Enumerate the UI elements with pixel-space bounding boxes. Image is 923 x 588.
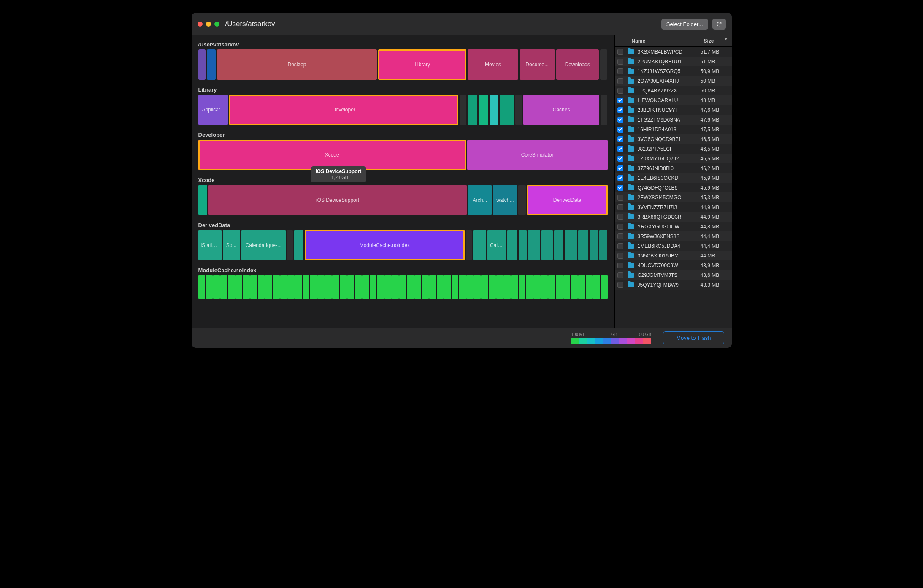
- list-item[interactable]: J82J2PTA5LCF46,5 MB: [615, 144, 732, 154]
- refresh-button[interactable]: [712, 19, 726, 30]
- folder-block[interactable]: [599, 230, 607, 260]
- close-icon[interactable]: [198, 22, 203, 27]
- checkbox[interactable]: [617, 146, 623, 152]
- cache-segment[interactable]: [355, 275, 362, 299]
- list-item[interactable]: 1MEB6RC5JDDA444,4 MB: [615, 241, 732, 251]
- folder-block[interactable]: Caches: [523, 95, 599, 125]
- cache-segment[interactable]: [228, 275, 235, 299]
- checkbox[interactable]: [617, 204, 623, 210]
- list-item[interactable]: G29JGMTVMJTS43,6 MB: [615, 270, 732, 280]
- cache-segment[interactable]: [273, 275, 280, 299]
- folder-block[interactable]: [600, 49, 607, 80]
- cache-segment[interactable]: [474, 275, 481, 299]
- list-item[interactable]: 1PQK4BYZI922X50 MB: [615, 86, 732, 95]
- list-item[interactable]: 2O7A30EXR4XHJ50 MB: [615, 76, 732, 86]
- checkbox[interactable]: [617, 214, 623, 220]
- cache-segment[interactable]: [578, 275, 585, 299]
- cache-segment[interactable]: [586, 275, 593, 299]
- folder-block[interactable]: [528, 230, 540, 260]
- cache-segment[interactable]: [541, 275, 548, 299]
- cache-segment[interactable]: [519, 275, 526, 299]
- folder-block[interactable]: [515, 95, 522, 125]
- cache-segment[interactable]: [437, 275, 444, 299]
- cache-segment[interactable]: [362, 275, 369, 299]
- cache-segment[interactable]: [407, 275, 414, 299]
- folder-block[interactable]: [518, 185, 525, 215]
- cache-segment[interactable]: [347, 275, 355, 299]
- folder-block[interactable]: Library: [378, 49, 466, 80]
- checkbox[interactable]: [617, 263, 623, 268]
- cache-segment[interactable]: [489, 275, 496, 299]
- cache-segment[interactable]: [377, 275, 384, 299]
- checkbox[interactable]: [617, 117, 623, 123]
- cache-segment[interactable]: [295, 275, 302, 299]
- cache-segment[interactable]: [198, 275, 206, 299]
- list-item[interactable]: 1E4EB6IS3QCKD45,9 MB: [615, 173, 732, 183]
- cache-segment[interactable]: [235, 275, 243, 299]
- folder-block[interactable]: [565, 230, 577, 260]
- folder-block[interactable]: [519, 230, 527, 260]
- list-item[interactable]: Q74GDFQ7O1B645,9 MB: [615, 183, 732, 192]
- list-item[interactable]: 3KSXMB4LBWPCD51,7 MB: [615, 47, 732, 57]
- cache-segment[interactable]: [466, 275, 474, 299]
- cache-segment[interactable]: [206, 275, 213, 299]
- list-item[interactable]: 4DUCVD700C9W43,9 MB: [615, 260, 732, 270]
- list-item[interactable]: J5QY1YQFMBW943,3 MB: [615, 280, 732, 290]
- folder-block[interactable]: [578, 230, 588, 260]
- cache-segment[interactable]: [429, 275, 436, 299]
- checkbox[interactable]: [617, 59, 623, 65]
- cache-segment[interactable]: [258, 275, 265, 299]
- folder-block[interactable]: Calendarique-...: [241, 230, 286, 260]
- cache-segment[interactable]: [593, 275, 600, 299]
- folder-block[interactable]: iStatist...: [198, 230, 222, 260]
- cache-segment[interactable]: [563, 275, 571, 299]
- folder-block[interactable]: [460, 95, 466, 125]
- col-name[interactable]: Name: [632, 38, 704, 44]
- checkbox[interactable]: [617, 88, 623, 94]
- cache-segment[interactable]: [392, 275, 399, 299]
- cache-segment[interactable]: [548, 275, 555, 299]
- cache-segment[interactable]: [422, 275, 429, 299]
- checkbox[interactable]: [617, 282, 623, 288]
- list-item[interactable]: 3N5CBX9016JBM44 MB: [615, 251, 732, 260]
- folder-block[interactable]: [207, 49, 216, 80]
- cache-segment[interactable]: [452, 275, 459, 299]
- cache-segment[interactable]: [265, 275, 272, 299]
- folder-block[interactable]: [541, 230, 552, 260]
- move-to-trash-button[interactable]: Move to Trash: [663, 331, 724, 344]
- checkbox[interactable]: [617, 49, 623, 55]
- folder-block[interactable]: Applicat...: [198, 95, 228, 125]
- folder-block[interactable]: [590, 230, 598, 260]
- folder-block[interactable]: [479, 95, 488, 125]
- cache-segment[interactable]: [325, 275, 332, 299]
- checkbox[interactable]: [617, 136, 623, 142]
- folder-block[interactable]: [287, 230, 293, 260]
- folder-block[interactable]: CoreSimulator: [467, 140, 608, 170]
- checkbox[interactable]: [617, 195, 623, 201]
- cache-segment[interactable]: [287, 275, 295, 299]
- folder-block[interactable]: Downloads: [556, 49, 599, 80]
- checkbox[interactable]: [617, 78, 623, 84]
- cache-segment[interactable]: [511, 275, 518, 299]
- list-item[interactable]: 3R59WJ6XENS8S44,4 MB: [615, 231, 732, 241]
- list-item[interactable]: 3RBX66QTGDO3R44,9 MB: [615, 212, 732, 222]
- checkbox[interactable]: [617, 224, 623, 230]
- cache-segment[interactable]: [459, 275, 466, 299]
- folder-block[interactable]: [473, 230, 486, 260]
- checkbox[interactable]: [617, 272, 623, 278]
- list-item[interactable]: 28BDIKTNUC9YT47,6 MB: [615, 105, 732, 115]
- cache-segment[interactable]: [303, 275, 310, 299]
- cache-segment[interactable]: [340, 275, 347, 299]
- minimize-icon[interactable]: [206, 22, 211, 27]
- cache-segment[interactable]: [399, 275, 406, 299]
- list-item[interactable]: 16HIR1DP4A01347,5 MB: [615, 125, 732, 134]
- file-list[interactable]: 3KSXMB4LBWPCD51,7 MB2PUMK8TQBRUU151 MB1K…: [615, 47, 732, 328]
- checkbox[interactable]: [617, 98, 623, 103]
- folder-block[interactable]: Desktop: [217, 49, 377, 80]
- checkbox[interactable]: [617, 68, 623, 74]
- folder-block[interactable]: Sp...: [223, 230, 240, 260]
- folder-block[interactable]: [554, 230, 563, 260]
- list-item[interactable]: LIEWQNCARXLU48 MB: [615, 95, 732, 105]
- folder-block[interactable]: [500, 95, 514, 125]
- folder-block[interactable]: Movies: [468, 49, 518, 80]
